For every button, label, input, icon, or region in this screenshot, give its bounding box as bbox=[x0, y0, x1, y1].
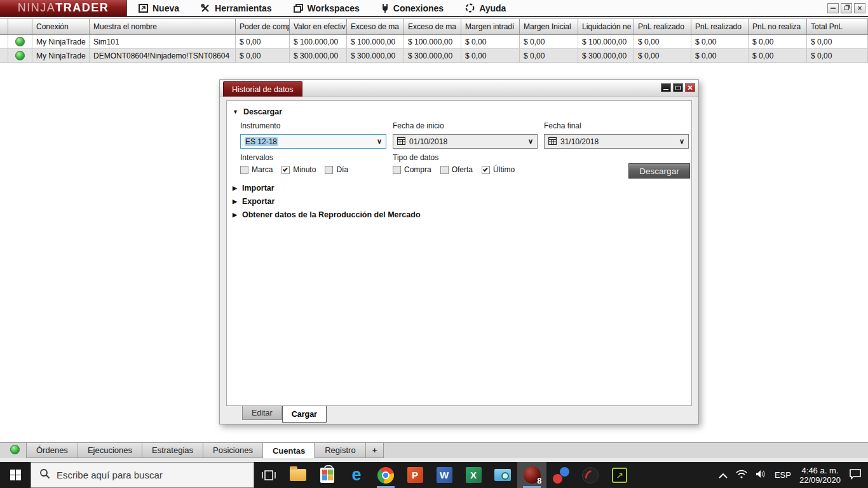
table-cell: $ 0,00 bbox=[236, 49, 290, 62]
table-row[interactable]: My NinjaTrade Sim101 $ 0,00 $ 100.000,00… bbox=[0, 35, 868, 49]
column-header[interactable]: Total PnL bbox=[807, 19, 868, 34]
checkbox-oferta[interactable] bbox=[440, 166, 449, 174]
table-cell: $ 0,00 bbox=[634, 35, 691, 48]
table-cell: $ 100.000,00 bbox=[578, 35, 634, 48]
edge-button[interactable]: e bbox=[342, 462, 371, 488]
taskbar-clock[interactable]: 4:46 a. m. 22/09/2020 bbox=[799, 466, 841, 485]
tab-editar[interactable]: Editar bbox=[242, 406, 282, 420]
dialog-minimize-button[interactable] bbox=[661, 83, 671, 92]
table-cell: $ 100.000,00 bbox=[404, 35, 461, 48]
column-header[interactable]: PnL realizado bbox=[691, 19, 749, 34]
chevron-right-icon: ▶ bbox=[233, 212, 237, 218]
tray-expand-button[interactable] bbox=[719, 470, 728, 481]
task-view-button[interactable] bbox=[254, 462, 283, 488]
section-importar[interactable]: ▶ Importar bbox=[233, 184, 275, 193]
workspaces-icon bbox=[294, 4, 303, 13]
minimize-button[interactable] bbox=[827, 3, 839, 13]
tab-ejecuciones[interactable]: Ejecuciones bbox=[78, 443, 142, 458]
excel-button[interactable]: X bbox=[459, 462, 488, 488]
dialog-titlebar[interactable]: Historial de datos ✕ bbox=[220, 80, 698, 97]
menu-label: Ayuda bbox=[479, 3, 506, 13]
start-button[interactable] bbox=[0, 462, 31, 488]
action-center-button[interactable] bbox=[849, 468, 862, 482]
word-button[interactable]: W bbox=[430, 462, 459, 488]
tab-posiciones[interactable]: Posiciones bbox=[203, 443, 263, 458]
tab-registro[interactable]: Registro bbox=[315, 443, 365, 458]
ninjatrader8-button[interactable]: 8 bbox=[517, 462, 546, 488]
ninjatrader-icon bbox=[582, 467, 599, 484]
menu-workspaces[interactable]: Workspaces bbox=[294, 3, 360, 13]
data-type-checkbox-group: Compra Oferta Último bbox=[393, 165, 520, 174]
checkmark-icon bbox=[283, 166, 288, 172]
checkbox-dia[interactable] bbox=[325, 166, 333, 174]
screen-share-icon: ↗ bbox=[612, 468, 627, 483]
tab-cuentas[interactable]: Cuentas bbox=[263, 443, 315, 459]
column-header[interactable]: Liquidación ne bbox=[578, 19, 634, 34]
snipping-tool-button[interactable] bbox=[488, 462, 517, 488]
intervals-label: Intervalos bbox=[240, 153, 273, 162]
column-header[interactable]: Exceso de ma bbox=[404, 19, 461, 34]
column-header[interactable]: PnL no realiza bbox=[749, 19, 807, 34]
wifi-icon[interactable] bbox=[736, 470, 747, 481]
close-button[interactable]: × bbox=[854, 3, 865, 13]
section-obtener-datos[interactable]: ▶ Obtener datos de la Reproducción del M… bbox=[233, 210, 421, 219]
column-header[interactable]: Exceso de ma bbox=[347, 19, 404, 34]
table-cell: $ 0,00 bbox=[461, 35, 520, 48]
dialog-close-button[interactable]: ✕ bbox=[685, 83, 695, 92]
file-explorer-button[interactable] bbox=[283, 462, 313, 488]
column-header[interactable]: Margen Inicial bbox=[520, 19, 578, 34]
end-date-select[interactable]: 31/10/2018 ∨ bbox=[544, 134, 689, 149]
column-header[interactable]: Valor en efectiv bbox=[290, 19, 347, 34]
checkbox-minuto[interactable] bbox=[281, 166, 290, 174]
tab-cargar[interactable]: Cargar bbox=[282, 406, 327, 423]
table-row[interactable]: My NinjaTrade DEMONT08604!Ninjademo!TSNT… bbox=[0, 49, 868, 63]
checkbox-ultimo[interactable] bbox=[482, 166, 490, 174]
table-cell: My NinjaTrade bbox=[32, 49, 90, 62]
minimize-icon bbox=[831, 8, 836, 9]
chrome-button[interactable] bbox=[371, 462, 400, 488]
add-tab-button[interactable]: + bbox=[366, 443, 384, 458]
search-input[interactable] bbox=[57, 470, 234, 480]
search-icon bbox=[39, 468, 50, 482]
menu-herramientas[interactable]: Herramientas bbox=[201, 3, 272, 13]
row-selector-cell bbox=[0, 49, 8, 62]
column-header[interactable]: Muestra el nombre bbox=[90, 19, 236, 34]
checkbox-compra[interactable] bbox=[393, 166, 401, 174]
tab-estrategias[interactable]: Estrategias bbox=[142, 443, 203, 458]
instrument-select[interactable]: ES 12-18 ∨ bbox=[240, 134, 386, 149]
color-dots-app-button[interactable] bbox=[546, 462, 576, 488]
workspace-tabs: Órdenes Ejecuciones Estrategias Posicion… bbox=[26, 443, 384, 459]
screen-share-button[interactable]: ↗ bbox=[605, 462, 634, 488]
volume-icon[interactable] bbox=[756, 470, 766, 481]
column-header[interactable]: Margen intradí bbox=[461, 19, 520, 34]
taskbar-search-box[interactable] bbox=[31, 462, 254, 488]
menu-nueva[interactable]: Nueva bbox=[139, 3, 179, 13]
table-cell: $ 0,00 bbox=[749, 35, 807, 48]
section-descargar[interactable]: ▼ Descargar bbox=[233, 107, 282, 116]
menu-ayuda[interactable]: Ayuda bbox=[465, 3, 506, 13]
dialog-window-controls: ✕ bbox=[661, 83, 695, 92]
close-icon: ✕ bbox=[687, 85, 693, 92]
connection-status-icon bbox=[15, 37, 25, 46]
column-header[interactable]: Poder de comp bbox=[236, 19, 290, 34]
checkbox-label: Compra bbox=[404, 165, 431, 174]
accounts-table: Conexión Muestra el nombre Poder de comp… bbox=[0, 18, 868, 63]
menu-conexiones[interactable]: Conexiones bbox=[381, 3, 444, 13]
download-button[interactable]: Descargar bbox=[628, 163, 690, 179]
checkbox-label: Minuto bbox=[293, 165, 316, 174]
restore-button[interactable] bbox=[841, 3, 852, 13]
column-header[interactable]: PnL realizado bbox=[634, 19, 691, 34]
column-header[interactable]: Conexión bbox=[32, 19, 90, 34]
app-menubar: NINJATRADER Nueva Herramientas Workspace… bbox=[0, 0, 868, 17]
microsoft-store-button[interactable] bbox=[313, 462, 342, 488]
start-date-select[interactable]: 01/10/2018 ∨ bbox=[393, 134, 538, 149]
section-exportar[interactable]: ▶ Exportar bbox=[233, 197, 275, 206]
windows-logo-icon bbox=[10, 470, 21, 480]
powerpoint-button[interactable]: P bbox=[400, 462, 430, 488]
section-label: Exportar bbox=[242, 197, 275, 206]
dialog-maximize-button[interactable] bbox=[673, 83, 683, 92]
language-indicator[interactable]: ESP bbox=[775, 470, 791, 480]
checkbox-marca[interactable] bbox=[240, 166, 248, 174]
tab-ordenes[interactable]: Órdenes bbox=[26, 443, 78, 458]
ninjatrader-button[interactable] bbox=[576, 462, 605, 488]
